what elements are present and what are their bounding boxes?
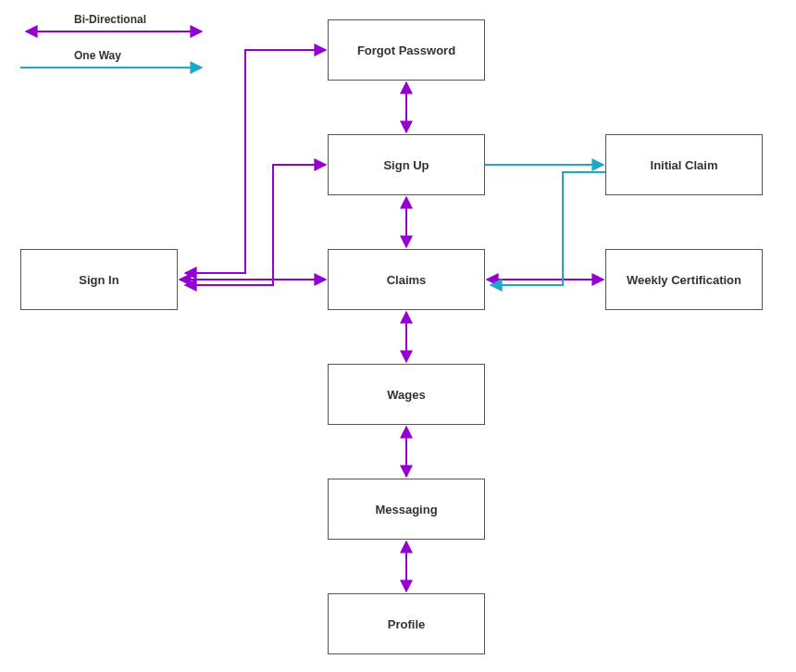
node-label: Profile bbox=[388, 617, 425, 631]
node-initial-claim: Initial Claim bbox=[605, 134, 763, 195]
node-sign-in: Sign In bbox=[20, 249, 178, 310]
node-label: Forgot Password bbox=[357, 44, 455, 57]
node-profile: Profile bbox=[328, 593, 485, 654]
legend-bidirectional-label: Bi-Directional bbox=[74, 13, 146, 26]
edge-signin-signup bbox=[185, 165, 326, 285]
node-label: Weekly Certification bbox=[627, 273, 741, 287]
connectors bbox=[0, 0, 796, 672]
node-messaging: Messaging bbox=[328, 479, 485, 540]
node-wages: Wages bbox=[328, 364, 485, 425]
node-label: Messaging bbox=[375, 503, 437, 516]
node-label: Sign In bbox=[79, 273, 118, 287]
node-forgot-password: Forgot Password bbox=[328, 19, 485, 81]
node-label: Claims bbox=[387, 273, 427, 287]
edge-signin-forgot bbox=[185, 50, 326, 273]
node-claims: Claims bbox=[328, 249, 485, 310]
node-label: Initial Claim bbox=[651, 158, 718, 172]
edge-initial-claims bbox=[491, 172, 605, 285]
node-weekly-certification: Weekly Certification bbox=[605, 249, 763, 310]
node-sign-up: Sign Up bbox=[328, 134, 485, 195]
node-label: Wages bbox=[387, 388, 425, 402]
legend-oneway-label: One Way bbox=[74, 49, 121, 62]
node-label: Sign Up bbox=[383, 158, 429, 172]
